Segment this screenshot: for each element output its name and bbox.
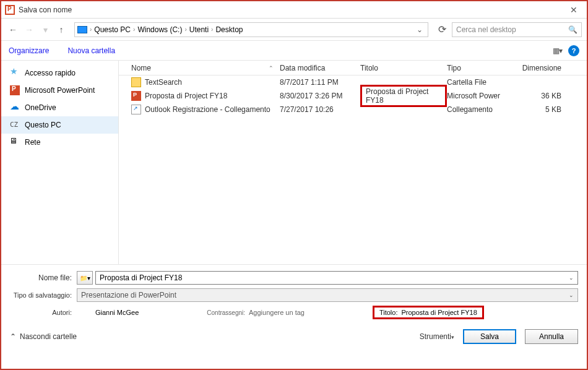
powerpoint-app-icon	[5, 5, 15, 15]
file-date: 8/7/2017 1:11 PM	[280, 78, 360, 87]
breadcrumb-part[interactable]: Windows (C:)	[137, 25, 182, 34]
powerpoint-file-icon	[131, 91, 141, 101]
column-type[interactable]: Tipo	[447, 64, 518, 72]
sidebar: Accesso rapido Microsoft PowerPoint OneD…	[1, 61, 119, 264]
shortcut-icon	[131, 105, 141, 114]
back-button[interactable]: ←	[6, 23, 20, 37]
sidebar-item-this-pc[interactable]: CZ Questo PC	[1, 116, 118, 134]
cancel-button[interactable]: Annulla	[525, 329, 578, 344]
file-size: 36 KB	[518, 92, 568, 100]
save-type-label: Tipo di salvataggio:	[10, 291, 77, 299]
column-size[interactable]: Dimensione	[518, 64, 568, 72]
powerpoint-icon	[10, 85, 20, 95]
chevron-down-icon[interactable]: ⌄	[569, 292, 574, 298]
sidebar-item-onedrive[interactable]: OneDrive	[1, 99, 118, 116]
filename-input[interactable]: Proposta di Project FY18 ⌄	[95, 271, 578, 285]
onedrive-icon	[10, 103, 20, 113]
file-title-highlight: Proposta di Project FY18	[360, 85, 447, 107]
hide-folders-label: Nascondi cartelle	[20, 332, 77, 341]
file-date: 7/27/2017 10:26	[280, 105, 360, 114]
save-type-select[interactable]: Presentazione di PowerPoint ⌄	[77, 288, 578, 302]
file-name: Outlook Registrazione - Collegamento	[145, 105, 270, 114]
chevron-right-icon: ›	[133, 26, 135, 33]
breadcrumb-part[interactable]: Questo PC	[94, 25, 131, 34]
star-icon	[10, 68, 20, 78]
recent-locations[interactable]: ▾	[38, 23, 52, 37]
column-title[interactable]: Titolo	[360, 64, 447, 72]
chevron-down-icon[interactable]: ⌄	[569, 275, 574, 281]
chevron-right-icon: ›	[211, 26, 213, 33]
sidebar-item-label: Questo PC	[25, 121, 61, 129]
sidebar-item-label: Microsoft PowerPoint	[25, 86, 95, 95]
sidebar-item-network[interactable]: Rete	[1, 134, 118, 151]
folder-icon	[131, 77, 141, 87]
file-size: 5 KB	[518, 105, 568, 114]
presets-dropdown[interactable]: 📁▾	[77, 271, 93, 285]
file-row[interactable]: Proposta di Project FY18 8/30/2017 3:26 …	[119, 89, 587, 103]
save-button[interactable]: Salva	[463, 329, 516, 344]
save-type-value: Presentazione di PowerPoint	[81, 291, 176, 299]
sort-caret-icon: ⌃	[269, 65, 274, 71]
filename-label: Nome file:	[10, 273, 77, 282]
file-row[interactable]: TextSearch 8/7/2017 1:11 PM Cartella Fil…	[119, 75, 587, 89]
window-title: Salva con nome	[19, 6, 564, 14]
up-button[interactable]: ↑	[54, 23, 68, 37]
file-type: Cartella File	[447, 78, 518, 87]
file-type: Collegamento	[447, 105, 518, 114]
hide-folders-toggle[interactable]: ⌃ Nascondi cartelle	[10, 332, 77, 341]
file-type: Microsoft Power	[447, 92, 518, 100]
pc-icon	[77, 26, 87, 33]
authors-value[interactable]: Gianni McGee	[95, 309, 139, 316]
sidebar-item-label: Rete	[25, 138, 40, 147]
sidebar-item-powerpoint[interactable]: Microsoft PowerPoint	[1, 82, 118, 99]
search-placeholder: Cerca nel desktop	[456, 25, 516, 34]
breadcrumb-dropdown[interactable]: ⌄	[414, 25, 425, 34]
title-value[interactable]: Proposta di Project FY18	[401, 309, 477, 316]
chevron-up-icon: ⌃	[10, 332, 16, 341]
organize-menu[interactable]: Organizzare	[9, 46, 49, 55]
chevron-right-icon: ›	[90, 26, 92, 33]
pc-icon: CZ	[10, 120, 20, 130]
title-label: Titolo:	[379, 309, 398, 316]
tags-label: Contrassegni:	[207, 309, 245, 316]
authors-label: Autori:	[10, 309, 77, 316]
sidebar-item-label: Accesso rapido	[25, 69, 76, 77]
help-icon[interactable]: ?	[568, 45, 579, 56]
sidebar-item-label: OneDrive	[25, 103, 56, 112]
breadcrumb[interactable]: › Questo PC › Windows (C:) › Utenti › De…	[74, 22, 428, 37]
search-icon: 🔍	[568, 25, 577, 34]
column-date[interactable]: Data modifica	[280, 64, 360, 72]
file-name: TextSearch	[145, 78, 182, 87]
view-options[interactable]: ▦▾	[553, 46, 562, 55]
file-row[interactable]: Outlook Registrazione - Collegamento 7/2…	[119, 103, 587, 116]
search-input[interactable]: Cerca nel desktop 🔍	[452, 22, 582, 37]
file-date: 8/30/2017 3:26 PM	[280, 92, 360, 100]
forward-button[interactable]: →	[22, 23, 36, 37]
network-icon	[10, 137, 20, 147]
file-name: Proposta di Project FY18	[145, 92, 227, 100]
filename-value: Proposta di Project FY18	[100, 273, 182, 282]
tags-value[interactable]: Aggiungere un tag	[249, 309, 305, 316]
column-name[interactable]: Nome ⌃	[119, 64, 280, 72]
sidebar-item-quick-access[interactable]: Accesso rapido	[1, 64, 118, 82]
column-headers: Nome ⌃ Data modifica Titolo Tipo Dimensi…	[119, 61, 587, 75]
file-list: Nome ⌃ Data modifica Titolo Tipo Dimensi…	[119, 61, 587, 264]
tools-menu[interactable]: Strumenti▾	[420, 332, 454, 341]
breadcrumb-part[interactable]: Utenti	[189, 25, 209, 34]
refresh-button[interactable]: ⟳	[435, 24, 449, 35]
chevron-right-icon: ›	[184, 26, 186, 33]
close-icon[interactable]: ✕	[564, 5, 583, 15]
new-folder-button[interactable]: Nuova cartella	[67, 46, 115, 55]
breadcrumb-part[interactable]: Desktop	[215, 25, 243, 34]
